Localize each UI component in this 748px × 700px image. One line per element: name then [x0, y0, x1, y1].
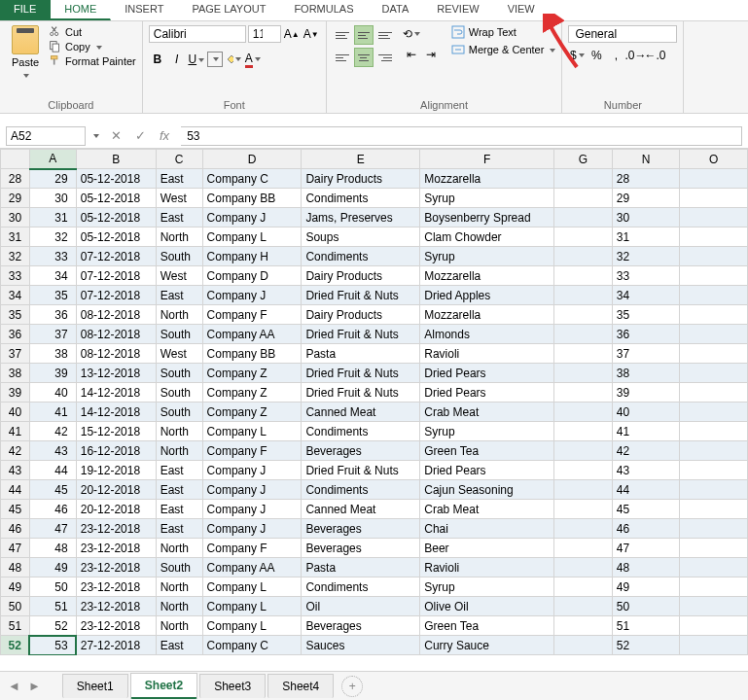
align-top-button[interactable]: [333, 25, 352, 45]
cell[interactable]: Dried Fruit & Nuts: [302, 325, 420, 344]
cell[interactable]: South: [156, 558, 202, 578]
cell[interactable]: Condiments: [302, 189, 420, 208]
cell[interactable]: Ravioli: [420, 344, 554, 364]
row-header[interactable]: 28: [1, 169, 30, 189]
cell[interactable]: [554, 383, 613, 402]
cell[interactable]: Company AA: [202, 325, 302, 344]
cell[interactable]: Soups: [302, 228, 420, 247]
cell[interactable]: [554, 208, 613, 228]
cell[interactable]: North: [156, 441, 202, 461]
cell[interactable]: Syrup: [420, 189, 554, 208]
cell[interactable]: 42: [29, 422, 76, 441]
cell[interactable]: [554, 422, 613, 441]
cell[interactable]: [554, 402, 613, 422]
cell[interactable]: [680, 247, 748, 266]
cell[interactable]: 51: [612, 616, 680, 636]
cell[interactable]: Company L: [202, 578, 302, 597]
percent-format-button[interactable]: %: [588, 47, 605, 64]
name-box[interactable]: [6, 126, 86, 146]
number-format-select[interactable]: [568, 25, 677, 43]
cell[interactable]: 19-12-2018: [76, 461, 156, 480]
align-right-button[interactable]: [375, 48, 395, 67]
tab-review[interactable]: REVIEW: [423, 0, 493, 20]
increase-indent-button[interactable]: ⇥: [422, 46, 440, 63]
tab-home[interactable]: HOME: [51, 0, 111, 20]
cell[interactable]: East: [156, 519, 202, 539]
accounting-format-button[interactable]: $: [568, 47, 586, 64]
cell[interactable]: Company BB: [202, 344, 302, 364]
cell[interactable]: Jams, Preserves: [302, 208, 420, 228]
cell[interactable]: 14-12-2018: [76, 402, 156, 422]
cell[interactable]: 32: [29, 228, 76, 247]
cell[interactable]: Company L: [202, 597, 302, 616]
cell[interactable]: [554, 169, 613, 189]
increase-decimal-button[interactable]: .0→: [626, 47, 644, 64]
cell[interactable]: [554, 286, 613, 305]
cell[interactable]: 23-12-2018: [76, 578, 156, 597]
cell[interactable]: Company L: [202, 616, 302, 636]
align-center-button[interactable]: [354, 48, 374, 67]
cell[interactable]: Company F: [202, 539, 302, 558]
cell[interactable]: 23-12-2018: [76, 616, 156, 636]
cell[interactable]: East: [156, 169, 202, 189]
cell[interactable]: [680, 169, 748, 189]
cell[interactable]: [554, 266, 613, 286]
formula-input[interactable]: [181, 126, 742, 146]
cell[interactable]: [680, 189, 748, 208]
cell[interactable]: Olive Oil: [420, 597, 554, 616]
cell[interactable]: 30: [612, 208, 680, 228]
cell[interactable]: North: [156, 597, 202, 616]
cell[interactable]: [680, 558, 748, 578]
cell[interactable]: [680, 266, 748, 286]
cell[interactable]: [680, 480, 748, 500]
cell[interactable]: 20-12-2018: [76, 500, 156, 519]
cell[interactable]: 43: [29, 441, 76, 461]
cell[interactable]: Company J: [202, 480, 302, 500]
cell[interactable]: 33: [612, 266, 680, 286]
row-header[interactable]: 45: [1, 500, 30, 519]
cell[interactable]: Canned Meat: [302, 402, 420, 422]
cell[interactable]: Green Tea: [420, 441, 554, 461]
cell[interactable]: 45: [612, 500, 680, 519]
cell[interactable]: [680, 344, 748, 364]
row-header[interactable]: 32: [1, 247, 30, 266]
spreadsheet-grid[interactable]: ABCDEFGNO 282905-12-2018EastCompany CDai…: [0, 149, 748, 655]
cell[interactable]: 23-12-2018: [76, 519, 156, 539]
paste-dropdown[interactable]: [21, 68, 29, 82]
tab-view[interactable]: VIEW: [494, 0, 550, 20]
cell[interactable]: South: [156, 247, 202, 266]
col-header-f[interactable]: F: [420, 150, 554, 169]
cell[interactable]: Company C: [202, 636, 302, 655]
cell[interactable]: 13-12-2018: [76, 364, 156, 383]
cell[interactable]: Beverages: [302, 441, 420, 461]
cell[interactable]: [680, 228, 748, 247]
cell[interactable]: Oil: [302, 597, 420, 616]
cell[interactable]: 08-12-2018: [76, 305, 156, 325]
cell[interactable]: Beverages: [302, 539, 420, 558]
cell[interactable]: [680, 305, 748, 325]
sheet-tab-sheet3[interactable]: Sheet3: [199, 674, 266, 698]
sheet-tab-sheet1[interactable]: Sheet1: [62, 674, 128, 698]
cell[interactable]: Dairy Products: [302, 305, 420, 325]
row-header[interactable]: 35: [1, 305, 30, 325]
tab-page-layout[interactable]: PAGE LAYOUT: [178, 0, 280, 20]
cell[interactable]: [680, 325, 748, 344]
cell[interactable]: 31: [29, 208, 76, 228]
cell[interactable]: 33: [29, 247, 76, 266]
cell[interactable]: 31: [612, 228, 680, 247]
cell[interactable]: Company Z: [202, 383, 302, 402]
cell[interactable]: Pasta: [302, 558, 420, 578]
tab-file[interactable]: FILE: [0, 0, 51, 20]
cell[interactable]: 07-12-2018: [76, 247, 156, 266]
row-header[interactable]: 41: [1, 422, 30, 441]
cell[interactable]: Condiments: [302, 422, 420, 441]
cell[interactable]: North: [156, 228, 202, 247]
row-header[interactable]: 34: [1, 286, 30, 305]
cell[interactable]: Company J: [202, 286, 302, 305]
cell[interactable]: North: [156, 539, 202, 558]
row-header[interactable]: 47: [1, 539, 30, 558]
cell[interactable]: 46: [612, 519, 680, 539]
fill-color-button[interactable]: [225, 51, 242, 68]
tab-data[interactable]: DATA: [369, 0, 424, 20]
cell[interactable]: Company C: [202, 169, 302, 189]
